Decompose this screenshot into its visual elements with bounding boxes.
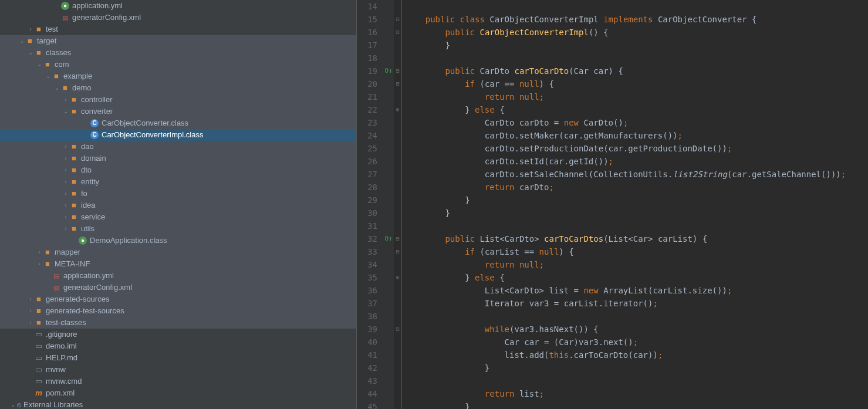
- tree-row-controller[interactable]: ›■controller: [0, 94, 356, 106]
- chevron-icon[interactable]: ›: [62, 200, 70, 211]
- chevron-icon[interactable]: ⌄: [62, 106, 70, 117]
- code-area[interactable]: public class CarObjectConverterImpl impl…: [402, 0, 846, 409]
- tree-row-application-yml[interactable]: ●application.yml: [0, 0, 356, 12]
- tree-row-domain[interactable]: ›■domain: [0, 153, 356, 164]
- chevron-icon[interactable]: ›: [62, 164, 70, 176]
- code-line[interactable]: return list;: [406, 387, 846, 400]
- tree-row-dto[interactable]: ›■dto: [0, 164, 356, 176]
- override-marker[interactable]: O↑: [383, 232, 394, 245]
- fold-handle[interactable]: ⊕: [394, 103, 401, 116]
- tree-row-demo[interactable]: ⌄■demo: [0, 82, 356, 94]
- code-line[interactable]: public List<CarDto> carToCarDtos(List<Ca…: [406, 232, 846, 245]
- fold-gutter[interactable]: ⊟⊟⊟⊟⊕⊟⊟⊕⊟: [394, 0, 402, 409]
- tree-row-test[interactable]: ›■test: [0, 23, 356, 35]
- code-line[interactable]: List<CarDto> list = new ArrayList(carLis…: [406, 284, 846, 297]
- code-line[interactable]: carDto.setProductionDate(car.getProducti…: [406, 142, 846, 155]
- tree-row--gitignore[interactable]: ▭.gitignore: [0, 329, 356, 340]
- tree-row-converter[interactable]: ⌄■converter: [0, 106, 356, 117]
- code-line[interactable]: list.add(this.carToCarDto(car));: [406, 349, 846, 361]
- tree-row-mvnw-cmd[interactable]: ▭mvnw.cmd: [0, 376, 356, 387]
- code-line[interactable]: [406, 0, 846, 13]
- chevron-icon[interactable]: ›: [26, 305, 35, 317]
- code-line[interactable]: carDto.setMaker(car.getManufacturers());: [406, 129, 846, 142]
- chevron-icon[interactable]: ›: [62, 94, 70, 106]
- code-line[interactable]: return null;: [406, 258, 846, 271]
- fold-handle[interactable]: ⊕: [394, 271, 401, 284]
- chevron-icon[interactable]: ›: [62, 188, 70, 200]
- tree-row-mvnw[interactable]: ▭mvnw: [0, 364, 356, 376]
- chevron-icon[interactable]: ›: [62, 211, 70, 223]
- chevron-icon[interactable]: ⌄: [9, 399, 17, 409]
- code-line[interactable]: public CarDto carToCarDto(Car car) {: [406, 65, 846, 77]
- fold-handle[interactable]: ⊟: [394, 65, 401, 77]
- tree-row-carobjectconverter-class[interactable]: CCarObjectConverter.class: [0, 117, 356, 129]
- code-line[interactable]: [406, 52, 846, 65]
- tree-row-application-yml[interactable]: ▤application.yml: [0, 270, 356, 282]
- tree-row-generatorconfig-xml[interactable]: ▤generatorConfig.xml: [0, 282, 356, 293]
- code-line[interactable]: } else {: [406, 103, 846, 116]
- code-line[interactable]: carDto.setSaleChannel(CollectionUtils.li…: [406, 168, 846, 181]
- code-line[interactable]: }: [406, 194, 846, 207]
- tree-row-carobjectconverterimpl-class[interactable]: CCarObjectConverterImpl.class: [0, 129, 356, 141]
- code-editor[interactable]: 1415161718192021222324252627282930313233…: [357, 0, 868, 409]
- chevron-icon[interactable]: ⌄: [53, 82, 61, 94]
- code-line[interactable]: CarDto carDto = new CarDto();: [406, 116, 846, 129]
- code-line[interactable]: while(var3.hasNext()) {: [406, 323, 846, 336]
- chevron-icon[interactable]: ›: [26, 317, 35, 329]
- code-line[interactable]: }: [406, 361, 846, 374]
- tree-row-help-md[interactable]: ▭HELP.md: [0, 352, 356, 364]
- tree-row-classes[interactable]: ⌄■classes: [0, 47, 356, 59]
- code-line[interactable]: [406, 310, 846, 323]
- fold-handle[interactable]: ⊟: [394, 77, 401, 90]
- project-tree[interactable]: ●application.yml▤generatorConfig.xml›■te…: [0, 0, 357, 409]
- chevron-icon[interactable]: ⌄: [18, 35, 26, 47]
- tree-row-utils[interactable]: ›■utils: [0, 223, 356, 235]
- code-line[interactable]: Car car = (Car)var3.next();: [406, 336, 846, 349]
- tree-row-pom-xml[interactable]: mpom.xml: [0, 387, 356, 399]
- override-marker[interactable]: O↑: [383, 65, 394, 77]
- fold-handle[interactable]: ⊟: [394, 13, 401, 26]
- tree-row-service[interactable]: ›■service: [0, 211, 356, 223]
- fold-handle[interactable]: ⊟: [394, 323, 401, 336]
- tree-row-external-libraries[interactable]: ⌄⎋External Libraries: [0, 399, 356, 409]
- tree-row-meta-inf[interactable]: ›■META-INF: [0, 258, 356, 270]
- tree-row-idea[interactable]: ›■idea: [0, 200, 356, 211]
- code-line[interactable]: [406, 374, 846, 387]
- chevron-icon[interactable]: ›: [62, 223, 70, 235]
- tree-row-example[interactable]: ⌄■example: [0, 70, 356, 82]
- code-line[interactable]: public class CarObjectConverterImpl impl…: [406, 13, 846, 26]
- code-line[interactable]: carDto.setId(car.getId());: [406, 155, 846, 168]
- chevron-icon[interactable]: ›: [35, 246, 43, 258]
- code-line[interactable]: return null;: [406, 90, 846, 103]
- tree-row-com[interactable]: ⌄■com: [0, 59, 356, 70]
- code-line[interactable]: [406, 219, 846, 232]
- fold-handle[interactable]: [394, 207, 401, 219]
- code-line[interactable]: }: [406, 39, 846, 52]
- tree-row-dao[interactable]: ›■dao: [0, 141, 356, 153]
- chevron-icon[interactable]: ⌄: [35, 59, 43, 70]
- code-line[interactable]: } else {: [406, 271, 846, 284]
- code-line[interactable]: if (car == null) {: [406, 77, 846, 90]
- fold-handle[interactable]: ⊟: [394, 245, 401, 258]
- chevron-icon[interactable]: ›: [26, 23, 35, 35]
- tree-row-demoapplication-class[interactable]: ●DemoApplication.class: [0, 235, 356, 246]
- code-line[interactable]: public CarObjectConverterImpl() {: [406, 26, 846, 39]
- tree-row-target[interactable]: ⌄■target: [0, 35, 356, 47]
- fold-handle[interactable]: [394, 194, 401, 207]
- fold-handle[interactable]: [394, 361, 401, 374]
- chevron-icon[interactable]: ⌄: [26, 47, 35, 59]
- chevron-icon[interactable]: ›: [62, 141, 70, 153]
- tree-row-entity[interactable]: ›■entity: [0, 176, 356, 188]
- chevron-icon[interactable]: ›: [26, 293, 35, 305]
- tree-row-demo-iml[interactable]: ▭demo.iml: [0, 340, 356, 352]
- fold-handle[interactable]: [394, 400, 401, 409]
- fold-handle[interactable]: [394, 39, 401, 52]
- chevron-icon[interactable]: ›: [62, 153, 70, 164]
- fold-handle[interactable]: ⊟: [394, 232, 401, 245]
- tree-row-generated-sources[interactable]: ›■generated-sources: [0, 293, 356, 305]
- fold-handle[interactable]: ⊟: [394, 26, 401, 39]
- code-line[interactable]: return carDto;: [406, 181, 846, 194]
- code-line[interactable]: if (carList == null) {: [406, 245, 846, 258]
- tree-row-mapper[interactable]: ›■mapper: [0, 246, 356, 258]
- chevron-icon[interactable]: ›: [62, 176, 70, 188]
